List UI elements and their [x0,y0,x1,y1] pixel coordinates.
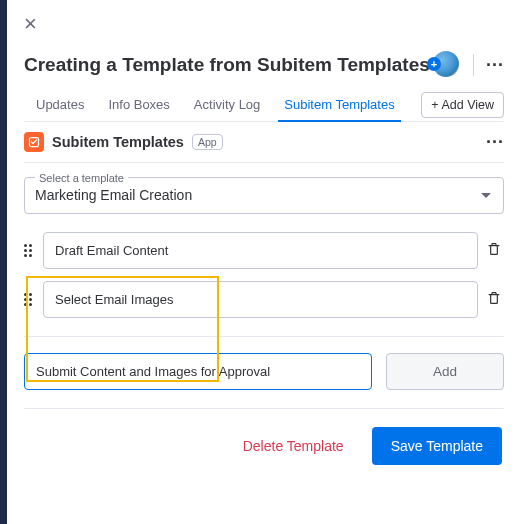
tabs: Updates Info Boxes Activity Log Subitem … [24,89,504,122]
tab-activity-log[interactable]: Activity Log [182,89,272,121]
drag-handle-icon[interactable] [24,293,35,306]
delete-template-button[interactable]: Delete Template [233,428,354,464]
new-subitem-input[interactable] [24,353,372,390]
subitem-input[interactable] [43,232,478,269]
member-avatar[interactable]: + [433,51,461,79]
template-select-value: Marketing Email Creation [35,187,192,203]
subitems-list [24,232,504,337]
template-select-legend: Select a template [35,172,128,184]
modal-panel: × Creating a Template from Subitem Templ… [7,0,519,483]
tab-subitem-templates[interactable]: Subitem Templates [272,89,406,121]
chevron-down-icon [481,193,491,198]
drag-handle-icon[interactable] [24,244,35,257]
add-view-button[interactable]: + Add View [421,92,504,118]
app-more-options-icon[interactable]: ··· [486,135,504,149]
subitem-input[interactable] [43,281,478,318]
tab-updates[interactable]: Updates [24,89,96,121]
save-template-button[interactable]: Save Template [372,427,502,465]
app-title: Subitem Templates [52,134,184,150]
app-icon [24,132,44,152]
template-select[interactable]: Select a template Marketing Email Creati… [24,177,504,214]
divider [473,54,474,76]
tab-info-boxes[interactable]: Info Boxes [96,89,181,121]
more-options-icon[interactable]: ··· [486,58,504,72]
delete-subitem-icon[interactable] [486,241,504,260]
page-title: Creating a Template from Subitem Templat… [24,54,430,76]
subitem-row [24,232,504,269]
subitem-row [24,281,504,318]
add-button[interactable]: Add [386,353,504,390]
left-dark-strip [0,0,7,524]
app-badge: App [192,134,223,150]
delete-subitem-icon[interactable] [486,290,504,309]
add-member-icon[interactable]: + [427,57,441,71]
close-icon[interactable]: × [24,11,37,36]
